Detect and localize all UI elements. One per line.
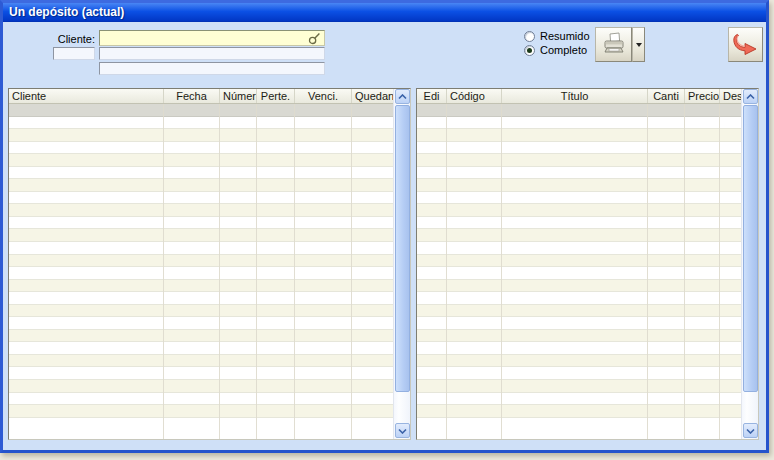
table-row[interactable] [9, 204, 393, 217]
table-row[interactable] [417, 405, 741, 418]
print-options-dropdown[interactable] [632, 27, 645, 62]
col-edi: Edi [417, 89, 447, 103]
scroll-up-icon[interactable] [743, 89, 758, 104]
table-row[interactable] [9, 154, 393, 167]
table-row[interactable] [9, 405, 393, 418]
red-curved-arrow-icon [732, 30, 760, 60]
table-row[interactable] [417, 305, 741, 318]
go-button[interactable] [728, 27, 763, 62]
grid-line [719, 104, 720, 439]
col-canti: Canti [648, 89, 685, 103]
radio-resumido-circle[interactable] [524, 31, 535, 42]
grid-line [446, 104, 447, 439]
grid-line [163, 104, 164, 439]
radio-completo-label: Completo [540, 44, 587, 56]
table-row[interactable] [9, 217, 393, 230]
table-row[interactable] [9, 104, 393, 117]
radio-resumido-label: Resumido [540, 30, 590, 42]
table-row[interactable] [9, 393, 393, 406]
table-row[interactable] [417, 242, 741, 255]
deposits-table-body [9, 104, 393, 439]
table-row[interactable] [417, 167, 741, 180]
table-row[interactable] [9, 167, 393, 180]
table-row[interactable] [417, 117, 741, 130]
radio-completo-circle[interactable] [524, 45, 535, 56]
table-row[interactable] [417, 154, 741, 167]
col-fecha: Fecha [164, 89, 220, 103]
col-precio: Precio [685, 89, 720, 103]
window-title: Un depósito (actual) [9, 5, 124, 19]
items-table: Edi Código Título Canti Precio Des. [416, 88, 759, 440]
table-row[interactable] [417, 104, 741, 117]
table-row[interactable] [417, 129, 741, 142]
grid-line [294, 104, 295, 439]
table-row[interactable] [417, 179, 741, 192]
grid-line [684, 104, 685, 439]
table-row[interactable] [417, 393, 741, 406]
table-row[interactable] [9, 367, 393, 380]
grid-line [647, 104, 648, 439]
table-row[interactable] [9, 179, 393, 192]
items-table-header: Edi Código Título Canti Precio Des. [417, 89, 741, 104]
table-row[interactable] [417, 292, 741, 305]
table-row[interactable] [9, 255, 393, 268]
deposits-scrollbar[interactable] [393, 89, 410, 439]
table-row[interactable] [9, 142, 393, 155]
scrollbar-thumb[interactable] [743, 105, 758, 392]
col-numero: Número [220, 89, 257, 103]
table-row[interactable] [417, 355, 741, 368]
chevron-down-icon [636, 43, 642, 47]
table-row[interactable] [9, 192, 393, 205]
cliente-code-field [53, 47, 95, 60]
table-row[interactable] [9, 292, 393, 305]
table-row[interactable] [417, 229, 741, 242]
deposits-table: Cliente Fecha Número Perte. Venci. Queda… [8, 88, 411, 440]
scroll-down-icon[interactable] [743, 423, 758, 438]
col-titulo: Título [502, 89, 648, 103]
table-row[interactable] [9, 267, 393, 280]
table-row[interactable] [9, 280, 393, 293]
search-icon [308, 32, 321, 45]
table-row[interactable] [417, 367, 741, 380]
cliente-address-field [99, 62, 325, 75]
scrollbar-thumb[interactable] [395, 105, 410, 392]
printer-icon [601, 31, 627, 59]
scroll-up-icon[interactable] [395, 89, 410, 104]
radio-completo[interactable]: Completo [524, 44, 604, 57]
table-row[interactable] [9, 355, 393, 368]
cliente-name-field [99, 47, 325, 60]
scroll-down-icon[interactable] [395, 423, 410, 438]
table-row[interactable] [417, 280, 741, 293]
radio-resumido[interactable]: Resumido [524, 30, 604, 43]
table-row[interactable] [417, 255, 741, 268]
table-row[interactable] [417, 317, 741, 330]
col-des: Des. [720, 89, 741, 103]
table-row[interactable] [9, 242, 393, 255]
app-window: Un depósito (actual) Cliente: Resumido C… [0, 0, 769, 453]
grid-line [351, 104, 352, 439]
table-row[interactable] [417, 380, 741, 393]
table-row[interactable] [9, 317, 393, 330]
items-scrollbar[interactable] [741, 89, 758, 439]
col-venci: Venci. [295, 89, 352, 103]
print-button[interactable] [595, 27, 632, 62]
table-row[interactable] [9, 129, 393, 142]
table-row[interactable] [9, 330, 393, 343]
items-table-body [417, 104, 741, 439]
table-row[interactable] [9, 342, 393, 355]
table-row[interactable] [9, 305, 393, 318]
table-row[interactable] [417, 192, 741, 205]
table-row[interactable] [417, 204, 741, 217]
table-row[interactable] [9, 380, 393, 393]
table-row[interactable] [417, 217, 741, 230]
col-cliente: Cliente [9, 89, 164, 103]
grid-line [219, 104, 220, 439]
table-row[interactable] [9, 117, 393, 130]
table-row[interactable] [417, 267, 741, 280]
col-codigo: Código [447, 89, 502, 103]
table-row[interactable] [417, 142, 741, 155]
cliente-search-input[interactable] [99, 30, 325, 46]
table-row[interactable] [417, 330, 741, 343]
table-row[interactable] [9, 229, 393, 242]
table-row[interactable] [417, 342, 741, 355]
